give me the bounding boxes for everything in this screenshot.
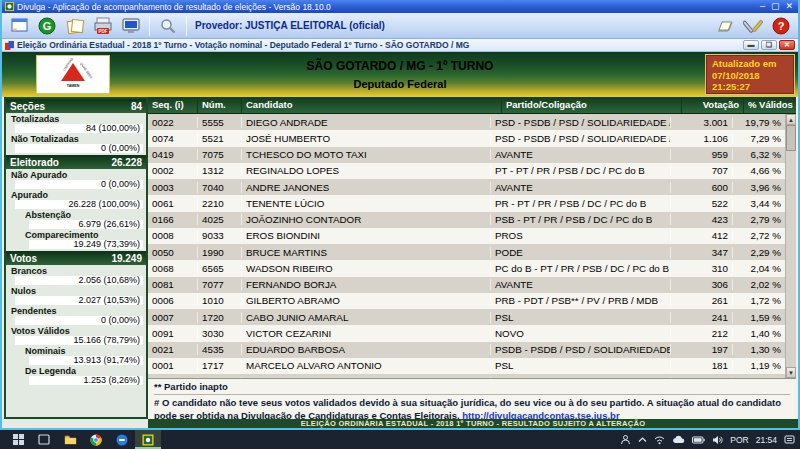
reports-button[interactable] [712, 14, 738, 37]
table-row[interactable]: 00214535EDUARDO BARBOSAPSDB - PSDB / PSD… [148, 342, 785, 358]
column-header-seq[interactable]: Seq. (i) [148, 97, 198, 113]
messenger-app-button[interactable] [109, 430, 135, 449]
window-title: Divulga - Aplicação de acompanhamento de… [17, 2, 760, 12]
divulga-taskbar-button[interactable] [135, 430, 161, 449]
column-header-cand[interactable]: Candidato [242, 97, 502, 113]
settings-button[interactable] [740, 14, 766, 37]
cell-pct: 4,66 % [733, 165, 785, 176]
network-icon[interactable] [654, 435, 665, 445]
cell-pct: 1,40 % [733, 328, 785, 339]
cell-votes: 1.106 [671, 133, 733, 144]
cell-party: PSB - PT / PR / PSB / DC / PC do B [491, 214, 671, 225]
cloud-icon[interactable] [672, 435, 685, 444]
cell-seq: 0007 [148, 312, 198, 323]
file-explorer-button[interactable] [57, 430, 83, 449]
start-button[interactable] [5, 430, 31, 449]
table-row[interactable]: 00686565WADSON RIBEIROPC do B - PT / PR … [148, 260, 785, 276]
sidebar-section: Votos19.249Brancos2.056 (10,68%)Nulos2.0… [6, 251, 146, 385]
cell-seq: 0050 [148, 247, 198, 258]
cell-cand: GILBERTO ABRAMO [242, 295, 491, 306]
table-row[interactable]: 00501990BRUCE MARTINSPODE3472,29 % [148, 244, 785, 260]
cell-cand: JOSÉ HUMBERTO [242, 133, 491, 144]
chevron-up-icon[interactable] [638, 436, 647, 444]
table-row[interactable]: 00071720CABO JUNIO AMARALPSL2411,59 % [148, 309, 785, 325]
table-row[interactable]: 00745521JOSÉ HUMBERTOPSD - PSDB / PSD / … [148, 130, 785, 146]
language-indicator[interactable]: POR [730, 435, 748, 445]
new-window-button[interactable] [6, 14, 32, 37]
column-header-pct[interactable]: % Válidos [744, 97, 796, 113]
table-row[interactable]: 00089033EROS BIONDINIPROS4122,72 % [148, 228, 785, 244]
cell-num: 1510 [198, 377, 242, 378]
cell-cand: MARCELO ALVARO ANTONIO [242, 360, 491, 371]
cell-num: 4535 [198, 344, 242, 355]
notification-center-icon[interactable] [784, 435, 795, 445]
divulgacandcontas-link[interactable]: http://divulgacandcontas.tse.jus.br [462, 410, 619, 420]
updated-date: 07/10/2018 [712, 70, 788, 82]
cell-seq: 0022 [148, 117, 198, 128]
scroll-up-icon[interactable]: ▲ [786, 114, 796, 125]
stat-value: 13.913 (91,74%) [29, 356, 143, 365]
table-row[interactable]: 00061010GILBERTO ABRAMOPRB - PDT / PSB**… [148, 293, 785, 309]
scrollbar-thumb[interactable] [786, 125, 796, 151]
task-view-icon [38, 434, 50, 445]
table-row[interactable]: 00021312REGINALDO LOPESPT - PT / PR / PS… [148, 163, 785, 179]
task-view-button[interactable] [31, 430, 57, 449]
cell-votes: 197 [671, 344, 733, 355]
column-header-num[interactable]: Núm. [198, 97, 242, 113]
table-row[interactable]: 00612210TENENTE LÚCIOPR - PT / PR / PSB … [148, 195, 785, 211]
help-button[interactable]: ? [768, 14, 794, 37]
chrome-button[interactable] [83, 430, 109, 449]
tools-icon [743, 17, 763, 35]
stat-value: 19.249 (73,39%) [29, 240, 143, 249]
sidebar-section-title: Votos [10, 253, 37, 264]
column-header-votes[interactable]: Votação [682, 97, 744, 113]
column-header-party[interactable]: Partido/Coligação [502, 97, 682, 113]
cell-cand: ANDRE JANONES [242, 182, 491, 193]
speaker-icon[interactable] [712, 435, 723, 445]
table-row[interactable]: 00351510ANTÔNIO ANDRADEMDB - PDT / PSB**… [148, 374, 785, 378]
cell-num: 1010 [198, 295, 242, 306]
cell-votes: 600 [671, 182, 733, 193]
pdf-print-button[interactable]: PDF [90, 14, 116, 37]
cell-cand: TCHESCO DO MOTO TAXI [242, 149, 491, 160]
people-icon[interactable] [620, 434, 631, 445]
documents-button[interactable] [62, 14, 88, 37]
cell-pct: 2,02 % [733, 279, 785, 290]
office-subtitle: Deputado Federal [354, 78, 447, 90]
table-row[interactable]: 00225555DIEGO ANDRADEPSD - PSDB / PSD / … [148, 114, 785, 130]
blue-circle-app-icon [116, 434, 128, 446]
cell-seq: 0003 [148, 182, 198, 193]
cell-num: 6565 [198, 263, 242, 274]
mdi-restore-icon[interactable]: ❏ [761, 40, 777, 50]
table-row[interactable]: 00817077FERNANDO BORJAAVANTE3062,02 % [148, 277, 785, 293]
svg-text:G: G [43, 20, 52, 32]
pdf-printer-icon: PDF [93, 17, 113, 35]
table-row[interactable]: 04197075TCHESCO DO MOTO TAXIAVANTE9596,3… [148, 147, 785, 163]
vertical-scrollbar[interactable]: ▲ ▼ [785, 114, 796, 378]
footnote-inapto: ** Partido inapto [154, 380, 790, 395]
updated-label: Atualizado em [712, 58, 788, 70]
cell-party: PSL [491, 360, 671, 371]
scroll-down-icon[interactable]: ▼ [786, 367, 796, 378]
table-row[interactable]: 00913030VICTOR CEZARININOVO2121,40 % [148, 325, 785, 341]
close-icon[interactable]: ✕ [785, 2, 793, 11]
mdi-minimize-icon[interactable]: ▬ [743, 40, 759, 50]
clock[interactable]: 21:54 [756, 435, 777, 445]
table-row[interactable]: 00011717MARCELO ALVARO ANTONIOPSL1811,19… [148, 358, 785, 374]
cell-cand: VICTOR CEZARINI [242, 328, 491, 339]
globe-button[interactable]: G [34, 14, 60, 37]
help-icon: ? [772, 17, 790, 35]
windows-logo-icon [13, 434, 24, 445]
table-row[interactable]: 01664025JOÃOZINHO CONTADORPSB - PT / PR … [148, 212, 785, 228]
monitor-button[interactable] [118, 14, 144, 37]
svg-text:PDF: PDF [99, 29, 108, 34]
mdi-close-icon[interactable]: ✕ [779, 40, 795, 50]
search-button[interactable] [155, 14, 181, 37]
cell-num: 1312 [198, 165, 242, 176]
table-row[interactable]: 00037040ANDRE JANONESAVANTE6003,96 % [148, 179, 785, 195]
sidebar-section-total: 26.228 [111, 157, 142, 168]
maximize-icon[interactable]: ▢ [771, 2, 780, 11]
battery-icon[interactable] [692, 436, 705, 444]
minimize-icon[interactable]: – [760, 2, 765, 11]
cell-votes: 212 [671, 328, 733, 339]
